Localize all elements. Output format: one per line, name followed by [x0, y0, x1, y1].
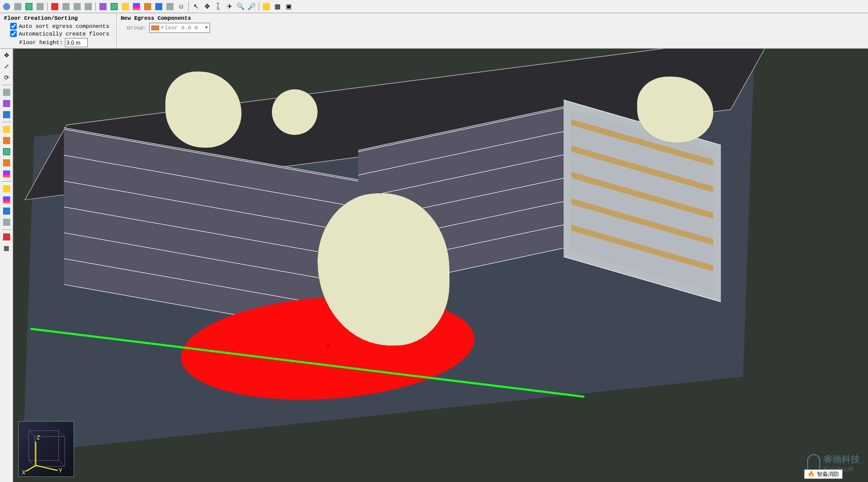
separator: [95, 2, 96, 11]
sb-grid[interactable]: ▦: [2, 243, 12, 253]
sb-add-occupant[interactable]: [2, 135, 12, 146]
panel-title: Floor Creation/Sorting: [4, 15, 112, 21]
separator: [188, 2, 189, 11]
chk-auto-sort[interactable]: [10, 23, 17, 29]
tb-measure[interactable]: [120, 2, 130, 12]
tb-fly[interactable]: ✈: [224, 2, 234, 12]
sb-stair[interactable]: [2, 98, 12, 109]
svg-line-3: [59, 431, 65, 437]
sb-add-exit[interactable]: [2, 147, 12, 157]
tb-axes[interactable]: [109, 2, 119, 12]
tb-copy[interactable]: [35, 2, 45, 12]
vendor-cn: 睿驰科技: [823, 453, 860, 465]
svg-line-4: [29, 461, 35, 467]
axis-z-label: Z: [37, 434, 40, 440]
tb-walk[interactable]: 🚶: [213, 2, 223, 12]
sb-wall[interactable]: [2, 87, 12, 97]
axis-y-label: Y: [59, 467, 62, 473]
sb-material[interactable]: [2, 184, 12, 194]
axis-x-label: X: [22, 469, 25, 475]
lbl-auto-sort: Auto sort egress components: [19, 23, 109, 29]
tb-red[interactable]: [50, 2, 60, 12]
tb-orbit[interactable]: [98, 2, 108, 12]
tb-person[interactable]: ☺: [176, 2, 186, 12]
sb-region-red[interactable]: [2, 232, 12, 242]
viewport-3d[interactable]: ⚬ Z Y X 睿驰科技 Reachsoft: [13, 49, 868, 482]
svg-line-2: [29, 431, 35, 437]
sb-scale[interactable]: ⤢: [2, 61, 12, 72]
separator: [47, 2, 48, 11]
panel-floor-creation: Floor Creation/Sorting Auto sort egress …: [0, 13, 117, 48]
separator: [2, 85, 11, 85]
tb-snap-region[interactable]: ▣: [284, 2, 294, 12]
tb-zoom-in[interactable]: 🔍: [235, 2, 246, 12]
sb-rotate[interactable]: ⟳: [2, 73, 12, 83]
sb-add-obstruction[interactable]: [2, 169, 12, 179]
separator: [2, 181, 11, 182]
tb-target[interactable]: [165, 2, 175, 12]
tb-hatch2[interactable]: [83, 2, 93, 12]
axis-triad[interactable]: Z Y X: [18, 421, 74, 477]
tb-pan[interactable]: ✥: [202, 2, 212, 12]
tb-palette[interactable]: [143, 2, 153, 12]
flame-icon: 🔥: [808, 471, 815, 477]
tb-screen[interactable]: [154, 2, 164, 12]
separator: [259, 2, 259, 11]
tb-zoom-out[interactable]: 🔎: [247, 2, 257, 12]
floor-swatch-icon: [151, 25, 159, 30]
sel-group-value: Floor 0.0 m: [161, 25, 198, 31]
chk-auto-create[interactable]: [10, 30, 17, 37]
sb-layers[interactable]: [2, 206, 12, 216]
sb-move[interactable]: ✥: [2, 50, 12, 60]
lbl-floor-height: Floor height:: [19, 40, 63, 46]
sb-add-floor[interactable]: [2, 124, 12, 134]
corner-badge: 🔥 智淼消防: [804, 469, 843, 479]
svg-line-8: [26, 465, 36, 471]
sb-color[interactable]: [2, 195, 12, 205]
sel-group[interactable]: Floor 0.0 m ▼: [149, 23, 210, 33]
svg-line-5: [59, 461, 65, 467]
tb-rect[interactable]: [61, 2, 71, 12]
badge-text: 智淼消防: [817, 470, 839, 478]
lbl-auto-create: Automatically create floors: [19, 31, 109, 37]
inp-floor-height[interactable]: [65, 38, 88, 47]
tb-move[interactable]: [131, 2, 142, 12]
tb-wireframe[interactable]: [13, 2, 23, 12]
main-area: ✥ ⤢ ⟳ ▦ ⚬: [0, 49, 868, 482]
sb-add-room[interactable]: [2, 158, 12, 168]
sb-region[interactable]: [2, 217, 12, 227]
tb-snap[interactable]: [261, 2, 271, 12]
tb-solid[interactable]: [24, 2, 34, 12]
lbl-group: Group:: [127, 25, 147, 31]
separator: [2, 229, 11, 230]
side-toolbar: ✥ ⤢ ⟳ ▦: [0, 49, 13, 482]
sb-door[interactable]: [2, 110, 12, 120]
tb-hatch[interactable]: [72, 2, 82, 12]
top-toolbar: ☺ ↖ ✥ 🚶 ✈ 🔍 🔎 ▦ ▣: [0, 0, 868, 13]
target-center-marker: ⚬: [326, 343, 330, 349]
chevron-down-icon: ▼: [205, 25, 207, 30]
tb-snap-grid[interactable]: ▦: [272, 2, 283, 12]
tb-globe[interactable]: [2, 2, 12, 12]
panel-title: New Egress Components: [121, 15, 224, 21]
options-bar: Floor Creation/Sorting Auto sort egress …: [0, 13, 868, 49]
tb-pointer[interactable]: ↖: [191, 2, 201, 12]
tree-icon: [272, 89, 318, 135]
separator: [2, 122, 11, 122]
panel-new-egress: New Egress Components Group: Floor 0.0 m…: [117, 13, 228, 48]
